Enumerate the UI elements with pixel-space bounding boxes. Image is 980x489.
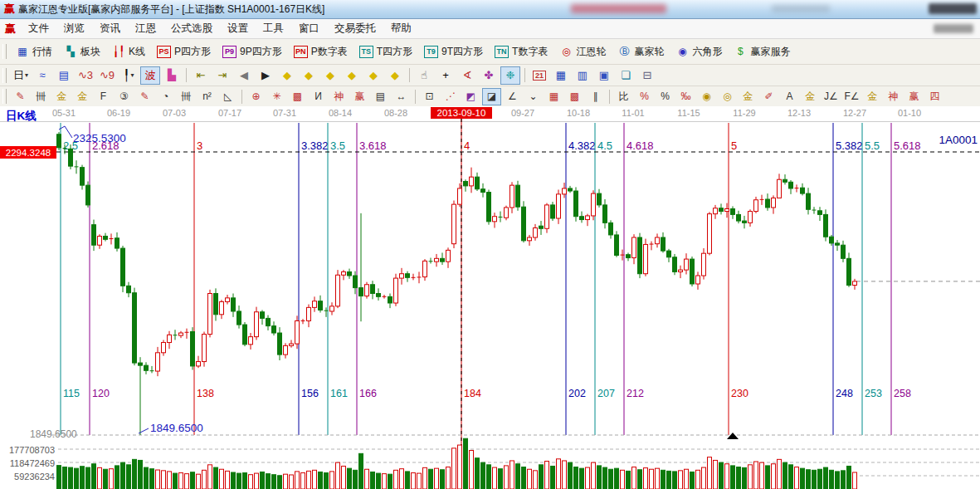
menu-item-6[interactable]: 工具 (256, 22, 291, 36)
info-doc-icon[interactable]: ▤ (54, 66, 74, 85)
grid-hash-2-icon[interactable]: 卌 (177, 88, 196, 105)
candle-style-icon[interactable]: ╿▾ (119, 66, 139, 85)
pencil-lines-icon[interactable]: ✐ (759, 88, 778, 105)
diamond-shift-left-icon[interactable]: ◆ (277, 66, 297, 85)
period-day-dropdown-arrow[interactable]: ▾ (25, 71, 28, 79)
crosshair-icon[interactable]: + (436, 66, 456, 85)
menu-item-5[interactable]: 设置 (220, 22, 256, 36)
wave-v-icon[interactable]: ⌄ (524, 88, 543, 105)
menu-item-7[interactable]: 窗口 (291, 22, 327, 36)
toolbar-button-p-square[interactable]: PSP四方形 (151, 42, 217, 61)
toolbar-button-9t-square[interactable]: T99T四方形 (418, 42, 489, 61)
diamond-expand-x-icon[interactable]: ◆ (320, 66, 340, 85)
toolbar-button-hexagon[interactable]: ◉六角形 (670, 42, 728, 61)
gold-grid-2-icon[interactable]: 金 (73, 88, 92, 105)
ying-angle-icon[interactable]: 赢 (904, 88, 924, 105)
menu-item-9[interactable]: 帮助 (383, 22, 419, 36)
gold-angle-icon[interactable]: 金 (863, 88, 882, 105)
f-angle-icon[interactable]: F∠ (842, 88, 861, 105)
pan-hand-icon[interactable]: ☝ (414, 66, 434, 85)
toolbar-button-t-square[interactable]: TST四方形 (353, 42, 418, 61)
gold-grid-1-icon[interactable]: 金 (52, 88, 71, 105)
gold-underline-icon[interactable]: 金 (801, 88, 820, 105)
angle-ruler-icon[interactable]: ◺ (218, 88, 237, 105)
wave-3-icon[interactable]: ∿3 (76, 66, 95, 85)
color-histogram-icon[interactable]: ▙ (162, 66, 182, 85)
fan-box-icon[interactable]: ◩ (461, 88, 480, 105)
window-controls-blurred[interactable] (929, 3, 977, 14)
menu-item-0[interactable]: 文件 (21, 22, 56, 36)
diamond-shift-right-icon[interactable]: ◆ (299, 66, 319, 85)
toolbar-button-winner-wheel[interactable]: Ⓑ赢家轮 (612, 42, 670, 61)
gold-circle-icon[interactable]: ◉ (697, 88, 716, 105)
grid-123-icon[interactable]: ▤ (371, 88, 390, 105)
f-grid-icon[interactable]: F (94, 88, 113, 105)
si-angle-icon[interactable]: 四 (925, 88, 944, 105)
kline-chart[interactable]: 05-3106-1907-0307-1707-3108-1408-282013-… (0, 106, 980, 489)
draw-pencil-icon[interactable]: ✎ (11, 88, 30, 105)
speed-lines-icon[interactable]: И (309, 88, 328, 105)
toolbar-button-kline[interactable]: ╽╿K线 (106, 42, 151, 61)
diamond-compress-x-icon[interactable]: ◆ (342, 66, 362, 85)
period-day-icon[interactable]: 日▾ (11, 66, 31, 85)
gold-circle-2-icon[interactable]: ◎ (718, 88, 737, 105)
toolbar-button-sectors[interactable]: ▚板块 (58, 42, 106, 61)
toolbar-button-p-number-table[interactable]: PNP数字表 (288, 42, 353, 61)
save-icon[interactable]: ▣ (594, 66, 614, 85)
gann-fan-icon[interactable]: ⋰ (441, 88, 460, 105)
print-icon[interactable]: ⊟ (637, 66, 657, 85)
ratio-tool-icon[interactable]: 比 (614, 88, 633, 105)
menu-item-1[interactable]: 浏览 (56, 22, 92, 36)
ying-grid-icon[interactable]: 赢 (350, 88, 369, 105)
toolbar-button-9p-square[interactable]: P99P四方形 (217, 42, 288, 61)
spiral-3-icon[interactable]: ③ (115, 88, 134, 105)
percent-icon[interactable]: % (656, 88, 675, 105)
bar-width-icon[interactable]: ↔ (392, 88, 411, 105)
jump-first-icon[interactable]: ⇤ (191, 66, 211, 85)
mdi-window-controls-blurred[interactable] (934, 24, 973, 33)
calendar-21-icon[interactable]: 21 (529, 66, 549, 85)
mark-purple-icon[interactable]: ✤ (479, 66, 499, 85)
shen-angle-icon[interactable]: 神 (884, 88, 903, 105)
red-grid-icon[interactable]: ▦ (544, 88, 563, 105)
n-square-icon[interactable]: n² (197, 88, 217, 105)
candle-style-dropdown-arrow[interactable]: ▾ (130, 71, 134, 79)
menu-item-3[interactable]: 江恩 (128, 22, 163, 36)
page-prev-icon[interactable]: ◀ (234, 66, 254, 85)
bo-tool-icon[interactable]: 波 (140, 66, 160, 85)
angle-pair-icon[interactable]: ∠ (503, 88, 522, 105)
toolbar-button-quotes[interactable]: ▦行情 (10, 42, 58, 61)
a-wave-icon[interactable]: A (780, 88, 799, 105)
title-bar[interactable]: 赢 赢家江恩专业版[赢家内部服务平台] - [上证指数 SH1A0001-167… (0, 0, 980, 19)
menu-item-8[interactable]: 交易委托 (327, 22, 383, 36)
page-next-icon[interactable]: ▶ (256, 66, 275, 85)
crosshair-circle-icon[interactable]: ⊕ (246, 88, 266, 105)
toolbar-button-t-number-table[interactable]: TNT数字表 (489, 42, 553, 61)
jump-last-icon[interactable]: ⇥ (212, 66, 232, 85)
grid-hash-icon[interactable]: 卌 (32, 88, 51, 105)
net-chart-icon[interactable]: ≈ (32, 66, 52, 85)
wave-9-icon[interactable]: ∿9 (97, 66, 117, 85)
gold-lines-icon[interactable]: 金 (739, 88, 758, 105)
j-angle-icon[interactable]: J∠ (822, 88, 841, 105)
calculator-icon[interactable]: ▦ (551, 66, 571, 85)
fan-box-2-icon[interactable]: ◪ (482, 88, 501, 105)
web-square-icon[interactable]: ▩ (288, 88, 307, 105)
diamond-zoom-in-icon[interactable]: ◆ (363, 66, 383, 85)
time-circle-icon[interactable]: ◔ (156, 88, 175, 105)
shen-grid-icon[interactable]: 神 (329, 88, 349, 105)
parallel-lines-icon[interactable]: ∥ (586, 88, 605, 105)
box-tool-icon[interactable]: ⊡ (420, 88, 439, 105)
red-grid-2-icon[interactable]: ▩ (565, 88, 584, 105)
spider-web-icon[interactable]: ✳ (267, 88, 286, 105)
export-chart-icon[interactable]: ❏ (616, 66, 636, 85)
percent-triangle-icon[interactable]: % (635, 88, 654, 105)
menu-item-2[interactable]: 资讯 (92, 22, 128, 36)
notes-icon[interactable]: ▥ (573, 66, 592, 85)
toolbar-button-winner-service[interactable]: $赢家服务 (728, 42, 796, 61)
draw-pencil-2-icon[interactable]: ✎ (135, 88, 154, 105)
angle-measure-icon[interactable]: ∢ (457, 66, 477, 85)
percent-lines-icon[interactable]: ‰ (676, 88, 695, 105)
wave-count-icon[interactable]: ❉ (500, 66, 520, 85)
diamond-zoom-out-icon[interactable]: ◆ (385, 66, 405, 85)
